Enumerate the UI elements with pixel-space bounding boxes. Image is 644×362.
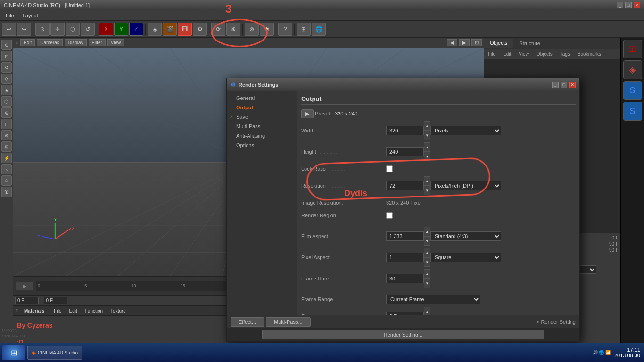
left-tool-14[interactable]: ⦿ bbox=[1, 187, 12, 197]
start-button[interactable]: ⊞ bbox=[2, 345, 25, 360]
dialog-controls[interactable]: _ □ ✕ bbox=[552, 82, 576, 88]
framerate-up-btn[interactable]: ▲ bbox=[424, 269, 430, 279]
rp-tags-menu[interactable]: Tags bbox=[558, 51, 572, 57]
left-tool-9[interactable]: ⊗ bbox=[1, 130, 12, 140]
object-btn[interactable]: ◈ bbox=[148, 23, 162, 36]
mat-edit-menu[interactable]: Edit bbox=[67, 308, 79, 314]
left-tool-10[interactable]: ⊞ bbox=[1, 141, 12, 152]
win-btn-3[interactable]: S bbox=[623, 81, 642, 100]
maximize-btn[interactable]: □ bbox=[625, 2, 632, 8]
left-tool-4[interactable]: ⟳ bbox=[1, 74, 12, 84]
title-bar-controls[interactable]: _ □ ✕ bbox=[617, 2, 640, 8]
framerate-down-btn[interactable]: ▼ bbox=[424, 279, 430, 288]
mat-texture-menu[interactable]: Texture bbox=[108, 308, 128, 314]
render-setting-bottom-btn[interactable]: Render Setting... bbox=[262, 330, 544, 339]
vp-filter-btn[interactable]: Filter bbox=[89, 39, 106, 46]
dialog-close-btn[interactable]: ✕ bbox=[569, 82, 576, 88]
height-input[interactable] bbox=[386, 147, 424, 156]
film-aspect-select[interactable]: Standard (4:3) HDTV (16:9) Custom bbox=[430, 231, 501, 241]
scale-btn[interactable]: ⬡ bbox=[66, 23, 80, 36]
menu-layout[interactable]: Layout bbox=[19, 12, 42, 19]
dialog-minimize-btn[interactable]: _ bbox=[552, 82, 559, 88]
y-axis-btn[interactable]: Y bbox=[114, 23, 128, 36]
left-tool-2[interactable]: ⊡ bbox=[1, 51, 12, 61]
sculpt-btn[interactable]: ✱ bbox=[260, 23, 274, 36]
frame-rate-input[interactable] bbox=[386, 274, 424, 283]
multipass-btn[interactable]: Multi-Pass... bbox=[266, 317, 311, 327]
left-tool-8[interactable]: ◻ bbox=[1, 119, 12, 129]
vp-ctrl-3[interactable]: ⊡ bbox=[471, 39, 482, 46]
z-axis-btn[interactable]: Z bbox=[129, 23, 143, 36]
hair-btn[interactable]: ❋ bbox=[226, 23, 240, 36]
height-up-btn[interactable]: ▲ bbox=[424, 142, 430, 152]
dlg-menu-multipass[interactable]: Multi-Pass bbox=[227, 122, 297, 131]
vp-ctrl-2[interactable]: ▶ bbox=[459, 39, 470, 46]
left-tool-12[interactable]: ⬦ bbox=[1, 164, 12, 174]
pixel-down-btn[interactable]: ▼ bbox=[424, 257, 430, 267]
film-down-btn[interactable]: ▼ bbox=[424, 236, 430, 246]
height-down-btn[interactable]: ▼ bbox=[424, 152, 430, 161]
taskbar-cinema4d-app[interactable]: ◈ CINEMA 4D Studio bbox=[27, 346, 82, 360]
rp-view-menu[interactable]: View bbox=[517, 51, 531, 57]
tab-structure[interactable]: Structure bbox=[513, 39, 546, 48]
render-region-checkbox[interactable] bbox=[386, 212, 393, 219]
rp-bookmarks-menu[interactable]: Bookmarks bbox=[576, 51, 603, 57]
render-settings-btn[interactable]: ⚙ bbox=[193, 23, 207, 36]
pixel-aspect-select[interactable]: Square NTSC PAL bbox=[430, 253, 501, 262]
frame-range-select[interactable]: Current Frame All Frames Preview Range M… bbox=[386, 295, 480, 304]
rp-objects-menu[interactable]: Objects bbox=[535, 51, 554, 57]
rotate-btn[interactable]: ↺ bbox=[81, 23, 95, 36]
dialog-maximize-btn[interactable]: □ bbox=[561, 82, 567, 88]
res-down-btn[interactable]: ▼ bbox=[424, 186, 430, 195]
dlg-menu-save[interactable]: ✓ Save bbox=[227, 112, 297, 122]
render-btn[interactable]: 🎬 bbox=[163, 23, 177, 36]
left-tool-13[interactable]: ☆ bbox=[1, 175, 12, 186]
effect-btn[interactable]: Effect... bbox=[231, 317, 264, 327]
close-btn[interactable]: ✕ bbox=[634, 2, 640, 8]
current-frame-input[interactable] bbox=[15, 297, 39, 304]
redo-btn[interactable]: ↪ bbox=[17, 23, 31, 36]
from-up-btn[interactable]: ▲ bbox=[424, 307, 430, 315]
add-object-btn[interactable]: ⟳ bbox=[211, 23, 225, 36]
resolution-input[interactable] bbox=[386, 181, 424, 190]
dlg-menu-antialiasing[interactable]: Anti-Aliasing bbox=[227, 131, 297, 140]
left-tool-6[interactable]: ⬡ bbox=[1, 96, 12, 107]
rp-edit-menu[interactable]: Edit bbox=[501, 51, 513, 57]
pixel-up-btn[interactable]: ▲ bbox=[424, 248, 430, 257]
vp-cameras-btn[interactable]: Cameras bbox=[37, 39, 63, 46]
menu-file[interactable]: File bbox=[2, 12, 18, 19]
film-up-btn[interactable]: ▲ bbox=[424, 227, 430, 236]
resolution-unit-select[interactable]: Pixels/Inch (DPI) Pixels/cm bbox=[430, 181, 501, 190]
left-tool-3[interactable]: ↺ bbox=[1, 62, 12, 73]
dlg-menu-general[interactable]: General bbox=[227, 93, 297, 103]
width-up-btn[interactable]: ▲ bbox=[424, 121, 430, 131]
left-tool-7[interactable]: ⊕ bbox=[1, 107, 12, 118]
width-unit-select[interactable]: Pixels Centimeters Inches bbox=[430, 126, 501, 135]
frame-range-input[interactable] bbox=[44, 297, 67, 304]
vp-ctrl-1[interactable]: ◀ bbox=[447, 39, 457, 46]
win-btn-4[interactable]: S bbox=[623, 102, 642, 121]
width-down-btn[interactable]: ▼ bbox=[424, 131, 430, 140]
win-btn-1[interactable]: ⊞ bbox=[623, 40, 642, 58]
help-btn[interactable]: ? bbox=[278, 23, 292, 36]
world-btn[interactable]: 🌐 bbox=[312, 23, 326, 36]
tab-objects[interactable]: Objects bbox=[484, 39, 513, 48]
mat-function-menu[interactable]: Function bbox=[83, 308, 105, 314]
res-up-btn[interactable]: ▲ bbox=[424, 176, 430, 186]
win-btn-2[interactable]: ◈ bbox=[623, 60, 642, 79]
dlg-menu-output[interactable]: Output bbox=[227, 103, 297, 112]
vp-display-btn[interactable]: Display bbox=[65, 39, 87, 46]
dlg-menu-options[interactable]: Options bbox=[227, 140, 297, 150]
rp-file-menu[interactable]: File bbox=[486, 51, 497, 57]
left-tool-5[interactable]: ◈ bbox=[1, 85, 12, 95]
x-axis-btn[interactable]: X bbox=[99, 23, 113, 36]
pixel-aspect-input[interactable] bbox=[386, 253, 424, 262]
grid-btn[interactable]: ⊞ bbox=[297, 23, 311, 36]
undo-btn[interactable]: ↩ bbox=[2, 23, 16, 36]
film-aspect-input[interactable] bbox=[386, 231, 424, 241]
vp-edit-btn[interactable]: Edit bbox=[20, 39, 35, 46]
width-input[interactable] bbox=[386, 126, 424, 135]
vp-view-btn[interactable]: View bbox=[107, 39, 124, 46]
from-input[interactable] bbox=[386, 312, 424, 315]
left-tool-11[interactable]: ⚡ bbox=[1, 153, 12, 163]
